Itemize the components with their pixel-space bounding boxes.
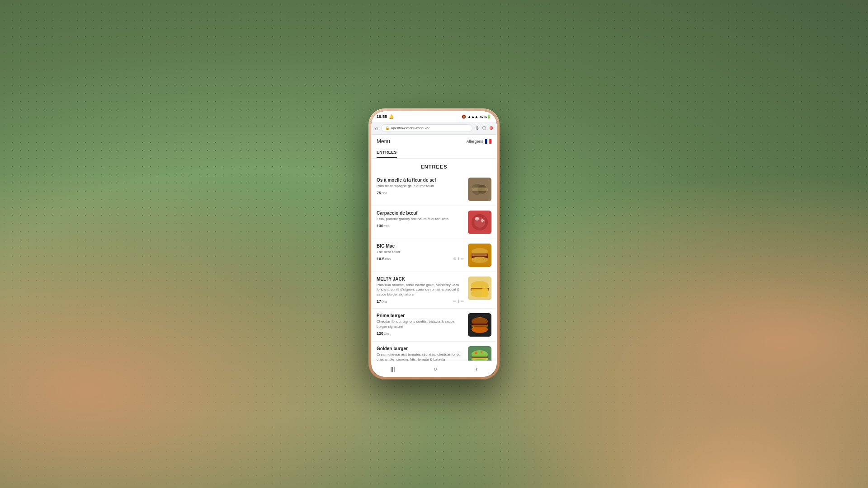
nav-menu-button[interactable]: |||: [391, 366, 395, 372]
item-price: 130Dhs: [377, 224, 389, 228]
item-price: 10.5Dhs: [377, 257, 391, 261]
status-notification: 🔔: [389, 114, 394, 119]
menu-item-big-mac[interactable]: BIG Mac The best seller 10.5Dhs ⚙ ℹ ✏: [371, 239, 497, 272]
item-price-row: 10.5Dhs ⚙ ℹ ✏: [377, 257, 464, 261]
fr-flag-icon: [485, 139, 491, 144]
status-battery: 47%🔋: [480, 115, 491, 119]
svg-rect-29: [470, 318, 489, 327]
item-image: [468, 244, 491, 267]
item-price-row: 75Dhs: [377, 191, 464, 195]
menu-item-info: Os à moelle à la fleur de sel Pain de ca…: [377, 178, 464, 195]
browser-url: openflow.menu/menu/6/: [391, 126, 429, 130]
bookmark-icon[interactable]: ⬡: [482, 125, 486, 131]
status-bar: 16:55 🔔 🔕 ▲▲▲ 47%🔋: [371, 111, 497, 122]
item-name: Carpaccio de bœuf: [377, 211, 464, 216]
edit-icon[interactable]: ✏: [461, 257, 464, 261]
bottom-nav: ||| ○ ‹: [371, 361, 497, 377]
tab-entrees[interactable]: ENTREES: [377, 148, 397, 158]
item-name: BIG Mac: [377, 244, 464, 249]
menu-item-info: Prime burger Cheddar fondu, oignons conf…: [377, 313, 464, 336]
item-image: [468, 313, 491, 337]
allergen-icon[interactable]: ✏: [453, 299, 457, 304]
svg-point-10: [475, 217, 479, 221]
item-name: Os à moelle à la fleur de sel: [377, 178, 464, 183]
item-action-icons: ⚙ ℹ ✏: [453, 257, 464, 261]
section-title: ENTREES: [371, 159, 497, 173]
status-time: 16:55: [377, 114, 387, 119]
item-name: Prime burger: [377, 313, 464, 318]
nav-home-button[interactable]: ○: [434, 366, 437, 372]
svg-point-36: [481, 351, 482, 353]
item-image: [468, 277, 491, 300]
svg-point-11: [481, 219, 484, 222]
allergen-icon[interactable]: ⚙: [453, 257, 457, 261]
item-desc: Pain bun brioche, bœuf haché grillé, Mon…: [377, 283, 464, 297]
info-icon[interactable]: ℹ: [458, 299, 459, 304]
item-price-row: 130Dhs: [377, 224, 464, 228]
edit-icon[interactable]: ✏: [461, 299, 464, 304]
item-price: 120Dhs: [377, 331, 389, 336]
app-allergens[interactable]: Allergens: [466, 139, 491, 144]
item-desc: Pain de campagne grillé et mesclun: [377, 184, 464, 188]
tab-bar: ENTREES: [377, 148, 491, 158]
menu-item-melty-jack[interactable]: MELTY JACK Pain bun brioche, bœuf haché …: [371, 272, 497, 309]
item-price: 75Dhs: [377, 191, 387, 195]
phone-device: 16:55 🔔 🔕 ▲▲▲ 47%🔋 ⌂ 🔒 openflow.menu/men…: [368, 108, 500, 380]
svg-rect-1: [487, 139, 490, 144]
item-desc: Cream cheese aux tomates séchées, chedda…: [377, 352, 464, 361]
item-price-row: 120Dhs: [377, 331, 464, 336]
app-menu-title: Menu: [377, 138, 390, 145]
status-right: 🔕 ▲▲▲ 47%🔋: [462, 115, 491, 119]
menu-item-info: Carpaccio de bœuf Feta, pomme granny smi…: [377, 211, 464, 228]
item-desc: The best seller: [377, 250, 464, 254]
svg-rect-0: [485, 139, 487, 144]
svg-rect-23: [481, 288, 488, 297]
menu-item-info: Golden burger Cream cheese aux tomates s…: [377, 346, 464, 361]
app-header-top: Menu Allergens: [377, 138, 491, 145]
nav-back-button[interactable]: ‹: [476, 366, 477, 372]
svg-point-17: [472, 257, 488, 263]
phone-screen: 16:55 🔔 🔕 ▲▲▲ 47%🔋 ⌂ 🔒 openflow.menu/men…: [371, 111, 497, 377]
info-icon[interactable]: ℹ: [458, 257, 459, 261]
status-signal: ▲▲▲: [467, 115, 478, 119]
browser-action-icons: ⇧ ⬡ ⊕: [475, 125, 493, 131]
item-price: 17Dhs: [377, 299, 387, 304]
item-name: Golden burger: [377, 346, 464, 351]
item-image: [468, 346, 491, 361]
status-silent: 🔕: [462, 115, 466, 119]
browser-home-icon[interactable]: ⌂: [375, 125, 378, 131]
item-price-row: 17Dhs ✏ ℹ ✏: [377, 299, 464, 304]
menu-item-info: MELTY JACK Pain bun brioche, bœuf haché …: [377, 277, 464, 304]
menu-item-carpaccio[interactable]: Carpaccio de bœuf Feta, pomme granny smi…: [371, 206, 497, 239]
item-action-icons: ✏ ℹ ✏: [453, 299, 464, 304]
more-icon[interactable]: ⊕: [489, 125, 493, 131]
svg-rect-2: [489, 139, 491, 144]
item-name: MELTY JACK: [377, 277, 464, 282]
status-left: 16:55 🔔: [377, 114, 394, 119]
menu-item-os-moelle[interactable]: Os à moelle à la fleur de sel Pain de ca…: [371, 173, 497, 206]
content-area: ENTREES Os à moelle à la fleur de sel Pa…: [371, 159, 497, 361]
item-desc: Cheddar fondu, oignons confits, batavia …: [377, 319, 464, 329]
app-header: Menu Allergens ENTREES: [371, 135, 497, 159]
svg-rect-6: [472, 188, 488, 191]
menu-item-info: BIG Mac The best seller 10.5Dhs ⚙ ℹ ✏: [377, 244, 464, 261]
svg-point-28: [472, 326, 488, 333]
svg-point-35: [475, 352, 477, 354]
browser-url-bar[interactable]: 🔒 openflow.menu/menu/6/: [381, 124, 472, 132]
allergens-label: Allergens: [466, 139, 483, 144]
menu-item-golden-burger[interactable]: Golden burger Cream cheese aux tomates s…: [371, 342, 497, 361]
menu-item-prime-burger[interactable]: Prime burger Cheddar fondu, oignons conf…: [371, 309, 497, 342]
phone-screen-container: 16:55 🔔 🔕 ▲▲▲ 47%🔋 ⌂ 🔒 openflow.menu/men…: [371, 111, 497, 377]
browser-bar: ⌂ 🔒 openflow.menu/menu/6/ ⇧ ⬡ ⊕: [371, 122, 497, 135]
browser-lock-icon: 🔒: [385, 126, 390, 130]
item-image: [468, 178, 491, 201]
share-icon[interactable]: ⇧: [475, 125, 479, 131]
item-image: [468, 211, 491, 234]
item-desc: Feta, pomme granny smitha, miel et tartu…: [377, 217, 464, 221]
